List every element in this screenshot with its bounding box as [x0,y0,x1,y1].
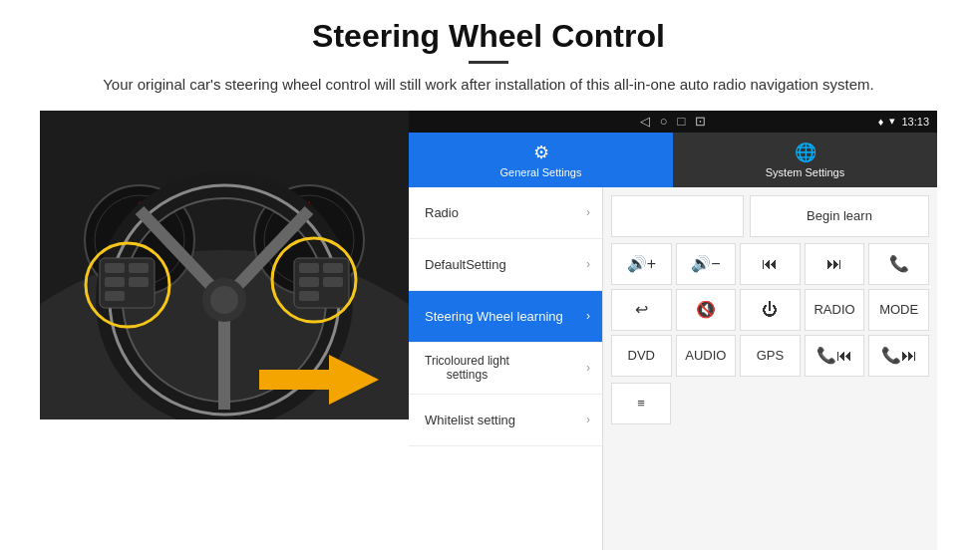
begin-learn-label: Begin learn [807,208,872,223]
radio-button[interactable]: RADIO [805,289,865,331]
svg-rect-23 [299,291,319,301]
status-bar: ◁ ○ □ ⊡ ♦ ▾ 13:13 [409,111,937,133]
menu-tricoloured-label: Tricoloured lightsettings [425,354,509,382]
menu-item-defaultsetting[interactable]: DefaultSetting › [409,239,602,291]
back-icon: ◁ [640,114,650,129]
menu-icon: ⊡ [695,114,706,129]
bottom-icon-row: ≡ [611,383,929,424]
svg-rect-16 [105,277,125,287]
mute-button[interactable]: 🔇 [676,289,737,331]
tablet-ui: ◁ ○ □ ⊡ ♦ ▾ 13:13 ⚙ General Settings 🌐 S… [409,111,937,551]
phone-prev-button[interactable]: 📞⏮ [805,335,865,377]
top-tabs: ⚙ General Settings 🌐 System Settings [409,133,937,187]
audio-button[interactable]: AUDIO [676,335,737,377]
power-button[interactable]: ⏻ [740,289,801,331]
nav-icons: ◁ ○ □ ⊡ [409,111,937,133]
svg-rect-17 [105,291,125,301]
begin-learn-row: Begin learn [611,195,929,237]
next-track-button[interactable]: ⏭ [805,243,865,285]
menu-radio-label: Radio [425,205,459,220]
phone-next-button[interactable]: 📞⏭ [868,335,929,377]
back-call-button[interactable]: ↩ [611,289,672,331]
defaultsetting-chevron-icon: › [586,257,590,271]
home-icon: ○ [660,114,668,129]
ctrl-row-2: ↩ 🔇 ⏻ RADIO MODE [611,289,929,331]
menu-whitelist-label: Whitelist setting [425,413,515,427]
dvd-button[interactable]: DVD [611,335,672,377]
tab-general-label: General Settings [500,166,582,178]
vol-down-button[interactable]: 🔊− [676,243,737,285]
svg-rect-21 [299,263,319,273]
menu-item-whitelist[interactable]: Whitelist setting › [409,395,602,446]
svg-rect-25 [323,277,343,287]
radio-chevron-icon: › [586,205,590,219]
tricoloured-chevron-icon: › [586,361,590,375]
begin-learn-button[interactable]: Begin learn [750,195,929,237]
title-divider [469,61,508,64]
svg-rect-15 [105,263,125,273]
left-menu: Radio › DefaultSetting › Steering Wheel … [409,187,603,551]
menu-item-tricoloured[interactable]: Tricoloured lightsettings › [409,343,602,395]
menu-defaultsetting-label: DefaultSetting [425,257,506,272]
steering-chevron-icon: › [586,309,590,323]
whitelist-chevron-icon: › [586,413,590,426]
list-icon-button[interactable]: ≡ [611,383,671,424]
menu-item-steering[interactable]: Steering Wheel learning › [409,291,602,343]
svg-rect-19 [129,277,149,287]
control-grid: 🔊+ 🔊− ⏮ ⏭ 📞 ↩ 🔇 ⏻ RADIO MODE [611,243,929,377]
svg-point-13 [210,286,238,314]
ctrl-row-3: DVD AUDIO GPS 📞⏮ 📞⏭ [611,335,929,377]
svg-rect-29 [259,370,334,390]
learn-input[interactable] [611,195,744,237]
ctrl-row-1: 🔊+ 🔊− ⏮ ⏭ 📞 [611,243,929,285]
right-panel: Begin learn 🔊+ 🔊− ⏮ ⏭ 📞 [603,187,937,551]
content-row: ◁ ○ □ ⊡ ♦ ▾ 13:13 ⚙ General Settings 🌐 S… [40,111,937,551]
system-settings-icon: 🌐 [795,141,816,163]
main-area: Radio › DefaultSetting › Steering Wheel … [409,187,937,551]
mode-button[interactable]: MODE [868,289,929,331]
tab-system[interactable]: 🌐 System Settings [673,133,937,187]
recent-icon: □ [678,114,686,129]
menu-item-radio[interactable]: Radio › [409,187,602,239]
svg-rect-18 [129,263,149,273]
phone-button[interactable]: 📞 [868,243,929,285]
tab-general[interactable]: ⚙ General Settings [409,133,673,187]
gps-button[interactable]: GPS [740,335,801,377]
prev-track-button[interactable]: ⏮ [740,243,801,285]
page-title: Steering Wheel Control [312,18,665,55]
menu-steering-label: Steering Wheel learning [425,309,563,324]
steering-wheel-image [40,111,409,420]
general-settings-icon: ⚙ [533,141,549,163]
subtitle: Your original car's steering wheel contr… [103,74,874,97]
svg-rect-24 [323,263,343,273]
svg-rect-22 [299,277,319,287]
tab-system-label: System Settings [766,166,844,178]
vol-up-button[interactable]: 🔊+ [611,243,672,285]
